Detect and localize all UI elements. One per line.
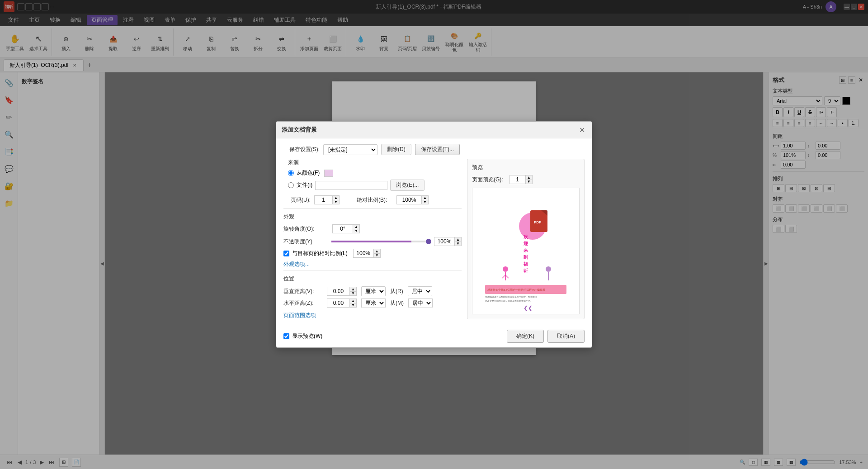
delete-button[interactable]: 删除(D) [381,144,411,155]
page-spinner: ▲ ▼ [314,195,340,204]
opacity-slider[interactable] [331,241,431,242]
rotation-up-btn[interactable]: ▲ [353,224,360,229]
horiz-from-select[interactable]: 居中 [408,298,433,308]
vert-unit-select[interactable]: 厘米 [361,286,386,296]
vert-up-btn[interactable]: ▲ [349,287,357,291]
show-preview-label: 显示预览(W) [292,332,322,340]
source-section: 来源 从颜色(F) 文件(I) 浏览(E)... [283,159,462,191]
vert-from-label: 从(R) [390,288,403,295]
save-settings-row: 保存设置(S): [未指定] 删除(D) 保存设置(T)... [283,144,585,155]
horiz-label: 水平距离(Z): [283,299,324,307]
opacity-row: 不透明度(Y) ▲ ▼ [283,237,462,246]
dialog-main-content: 来源 从颜色(F) 文件(I) 浏览(E)... [283,159,585,319]
svg-text:使用编辑器可以帮助您在日常工作生活中，快速解决: 使用编辑器可以帮助您在日常工作生活中，快速解决 [485,295,537,298]
dialog-footer: 显示预览(W) 确定(K) 取消(A) [276,325,592,347]
relative-up-btn[interactable]: ▲ [373,249,381,253]
vert-spinner: ▲ ▼ [327,287,357,296]
rotation-spinner: ▲ ▼ [332,224,360,233]
ok-button[interactable]: 确定(K) [507,330,544,343]
relative-scale-row: 与目标页的相对比例(L) ▲ ▼ [283,249,462,258]
rotation-label: 旋转角度(O): [283,225,329,233]
preview-title: 预览 [472,164,580,171]
vert-down-btn[interactable]: ▼ [349,291,357,296]
page-preview-spinner: ▲ ▼ [509,175,533,184]
page-scale-row: 页码(U): ▲ ▼ 绝对比例(B): ▲ [283,195,462,204]
scale-spinner: ▲ ▼ [396,195,429,204]
page-preview-up-btn[interactable]: ▲ [525,175,533,180]
page-preview-input[interactable] [509,175,525,184]
outer-label: 外观 [283,213,462,221]
relative-input[interactable] [353,249,373,258]
color-radio-row: 从颜色(F) [288,169,462,177]
dialog-title: 添加文档背景 [282,126,317,134]
opacity-input[interactable] [434,237,454,246]
dialog-overlay: 添加文档背景 ✕ 保存设置(S): [未指定] 删除(D) 保存设置(T)... [0,0,868,469]
rotation-down-btn[interactable]: ▼ [353,229,360,233]
color-swatch[interactable] [324,170,333,177]
color-option-label: 从颜色(F) [297,169,320,177]
file-path-input[interactable] [315,181,387,190]
dialog-close-button[interactable]: ✕ [577,125,586,134]
svg-point-16 [546,266,551,272]
dialog-footer-left: 显示预览(W) [283,332,322,340]
rotation-spinner-buttons: ▲ ▼ [353,224,360,233]
browse-button[interactable]: 浏览(E)... [390,180,425,191]
relative-down-btn[interactable]: ▼ [373,253,381,258]
position-section: 位置 垂直距离(V): ▲ ▼ [283,270,462,308]
horiz-down-btn[interactable]: ▼ [349,303,357,308]
opacity-up-btn[interactable]: ▲ [454,237,462,242]
horiz-from-label: 从(M) [390,299,404,307]
scale-label: 绝对比例(B): [357,196,393,204]
page-preview-spinner-buttons: ▲ ▼ [525,175,533,184]
appearance-section: 外观 旋转角度(O): ▲ ▼ [283,208,462,268]
svg-text:PDF: PDF [534,220,541,224]
cancel-button[interactable]: 取消(A) [547,330,585,343]
vert-label: 垂直距离(V): [283,288,324,295]
save-settings-select[interactable]: [未指定] [323,144,377,155]
page-preview-row: 页面预览(G): ▲ ▼ [472,175,580,184]
preview-display-area: PDF 欢 迎 来 到 福 昕 [472,188,580,314]
file-radio-row: 文件(I) 浏览(E)... [288,180,462,191]
scale-spinner-up[interactable]: ▲ [421,195,429,200]
relative-scale-checkbox[interactable] [283,251,289,256]
opacity-down-btn[interactable]: ▼ [454,242,462,246]
appearance-options-link-row: 外观选项... [283,261,462,268]
scale-spinner-down[interactable]: ▼ [421,200,429,204]
horiz-distance-input[interactable] [327,298,349,308]
vert-from-select[interactable]: 居中 [408,286,432,296]
vert-distance-row: 垂直距离(V): ▲ ▼ 厘米 从(R) [283,286,462,296]
page-spinner-down[interactable]: ▼ [332,200,340,204]
vert-distance-input[interactable] [327,287,349,296]
horiz-up-btn[interactable]: ▲ [349,298,357,303]
rotation-input[interactable] [332,224,353,233]
dialog-body: 保存设置(S): [未指定] 删除(D) 保存设置(T)... 来源 [276,138,592,325]
svg-point-12 [503,266,508,272]
horiz-spinner-buttons: ▲ ▼ [349,298,357,308]
page-range-link-row: 页面范围选项 [283,312,462,319]
page-spinner-buttons: ▲ ▼ [332,195,340,204]
relative-spinner: ▲ ▼ [353,249,381,258]
save-settings-label: 保存设置(S): [283,146,320,153]
page-range-link[interactable]: 页面范围选项 [283,312,316,318]
add-background-dialog: 添加文档背景 ✕ 保存设置(S): [未指定] 删除(D) 保存设置(T)... [276,121,592,348]
vert-spinner-buttons: ▲ ▼ [349,287,357,296]
opacity-label: 不透明度(Y) [283,238,329,246]
preview-svg: PDF 欢 迎 来 到 福 昕 [481,190,571,312]
horiz-distance-row: 水平距离(Z): ▲ ▼ 厘米 从(M) [283,298,462,308]
relative-scale-label: 与目标页的相对比例(L) [292,250,348,257]
page-preview-down-btn[interactable]: ▼ [525,180,533,184]
position-label: 位置 [283,275,462,283]
page-number-input[interactable] [314,195,332,204]
svg-text:感谢您如全球6.5亿用户一样信任福昕PDF编辑器: 感谢您如全球6.5亿用户一样信任福昕PDF编辑器 [487,288,545,291]
appearance-options-link[interactable]: 外观选项... [283,261,310,267]
color-radio[interactable] [288,170,294,176]
save-settings-button[interactable]: 保存设置(T)... [415,144,460,155]
show-preview-checkbox[interactable] [283,333,289,339]
rotation-row: 旋转角度(O): ▲ ▼ [283,224,462,233]
scale-input-field[interactable] [396,195,421,204]
page-preview-label: 页面预览(G): [472,176,503,184]
file-radio[interactable] [288,182,294,188]
dialog-left-panel: 来源 从颜色(F) 文件(I) 浏览(E)... [283,159,462,319]
horiz-unit-select[interactable]: 厘米 [361,298,386,308]
page-spinner-up[interactable]: ▲ [332,195,340,200]
